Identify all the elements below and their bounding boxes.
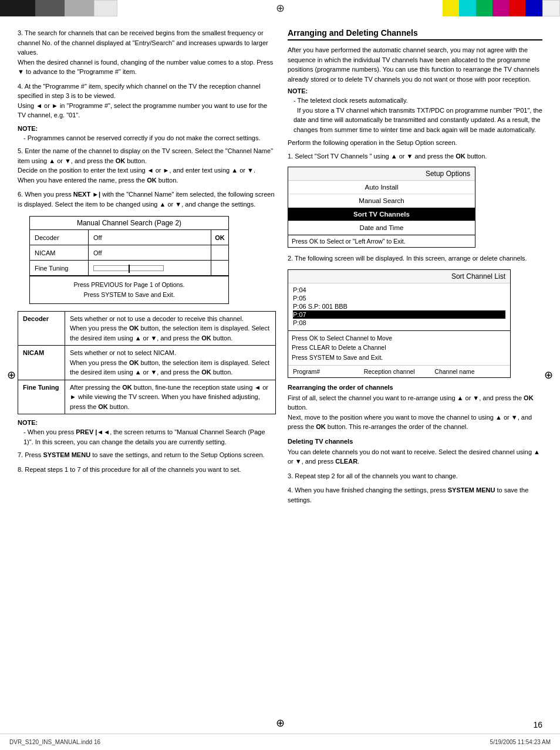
dialog-ok-nicam bbox=[211, 245, 228, 260]
step-8: 8. Repeat steps 1 to 7 of this procedure… bbox=[18, 465, 276, 475]
tb-white bbox=[94, 0, 117, 16]
rearrange-heading: Rearranging the order of channels bbox=[288, 384, 542, 391]
top-bar-center: ⊕ bbox=[117, 0, 443, 16]
rearrange-text: First of all, select the channel you wan… bbox=[288, 393, 542, 432]
tb-green bbox=[476, 0, 492, 16]
dialog-row-decoder: Decoder Off OK bbox=[30, 230, 228, 245]
sort-channel-list-content: P:04 P:05 P:06 S.P: 001 BBB P:07 P:08 bbox=[288, 283, 510, 330]
intro-text: After you have performed the automatic c… bbox=[288, 45, 542, 84]
note-1-item: Programmes cannot be reserved correctly … bbox=[18, 133, 276, 143]
dialog-ok-decoder: OK bbox=[211, 230, 228, 245]
page-number: 16 bbox=[533, 720, 542, 729]
fine-tuning-bar bbox=[93, 265, 164, 271]
sort-channel-list-footer: Press OK to Select Channel to Move Press… bbox=[288, 330, 510, 365]
footer-left: DVR_S120_INS_MANUAL.indd 16 bbox=[9, 739, 100, 745]
dialog-value-nicam: Off bbox=[89, 249, 211, 256]
tb-darkgray bbox=[35, 0, 65, 16]
right-note-dash: - bbox=[294, 97, 298, 104]
section-heading: Arranging and Deleting Channels bbox=[288, 28, 542, 40]
dialog-value-finetuning bbox=[89, 265, 211, 271]
dialog-row-finetuning: Fine Tuning bbox=[30, 261, 228, 276]
desc-label-decoder: Decoder bbox=[18, 311, 65, 346]
dialog-footer: Press PREVIOUS for Page 1 of Options. Pr… bbox=[30, 276, 228, 303]
setup-item-auto-install: Auto Install bbox=[288, 181, 475, 194]
dialog-ok-finetuning bbox=[211, 261, 228, 275]
step-5: 5. Enter the name of the channel to disp… bbox=[18, 146, 276, 185]
setup-item-manual-search: Manual Search bbox=[288, 194, 475, 208]
sort-label-reception: Reception channel bbox=[364, 368, 435, 375]
note-2-item: When you press PREV |◄◄, the screen retu… bbox=[18, 427, 276, 447]
sort-channel-list-box: Sort Channel List P:04 P:05 P:06 S.P: 00… bbox=[288, 269, 511, 378]
crosshair-top: ⊕ bbox=[276, 2, 285, 15]
tb-white2 bbox=[542, 0, 560, 16]
manual-channel-search-dialog: Manual Channel Search (Page 2) Decoder O… bbox=[29, 216, 229, 304]
note-1-label: NOTE: bbox=[18, 125, 276, 132]
right-note-item: - The teletext clock resets automaticall… bbox=[288, 96, 542, 134]
sort-channel-list-title: Sort Channel List bbox=[288, 270, 510, 283]
tb-blue bbox=[525, 0, 542, 16]
fine-tuning-indicator bbox=[129, 265, 130, 273]
dialog-value-decoder: Off bbox=[89, 234, 211, 241]
dialog-label-decoder: Decoder bbox=[30, 230, 89, 245]
dialog-row-nicam: NICAM Off bbox=[30, 245, 228, 261]
step-8-num: 8. bbox=[18, 466, 23, 473]
tb-magenta bbox=[492, 0, 509, 16]
step-7-num: 7. bbox=[18, 451, 23, 458]
note-2-label: NOTE: bbox=[18, 419, 276, 426]
right-column: Arranging and Deleting Channels After yo… bbox=[288, 28, 542, 509]
setup-options-footer: Press OK to Select or "Left Arrow" to Ex… bbox=[288, 235, 475, 247]
perform-text: Perform the following operation in the S… bbox=[288, 138, 542, 148]
delete-text: You can delete channels you do not want … bbox=[288, 447, 542, 467]
right-step-1-num: 1. bbox=[288, 153, 293, 160]
step-6-num: 6. bbox=[18, 191, 23, 198]
footer-right: 5/19/2005 11:54:23 AM bbox=[490, 739, 551, 745]
sort-row-p05: P:05 bbox=[293, 294, 505, 302]
right-step-3: 3. Repeat step 2 for all of the channels… bbox=[288, 471, 542, 481]
sort-label-name: Channel name bbox=[434, 368, 505, 375]
top-decorative-bar: ⊕ bbox=[0, 0, 560, 16]
bottom-bar: DVR_S120_INS_MANUAL.indd 16 5/19/2005 11… bbox=[0, 734, 560, 750]
desc-row-finetuning: Fine Tuning After pressing the OK button… bbox=[18, 380, 276, 414]
crosshair-bottom: ⊕ bbox=[276, 717, 285, 729]
sort-row-p08: P:08 bbox=[293, 319, 505, 327]
sort-row-p04: P:04 bbox=[293, 286, 505, 294]
right-step-1: 1. Select "Sort TV Channels " using ▲ or… bbox=[288, 151, 542, 161]
right-step-3-num: 3. bbox=[288, 472, 293, 479]
sort-channel-list-labels: Program# Reception channel Channel name bbox=[288, 365, 510, 377]
desc-label-finetuning: Fine Tuning bbox=[18, 380, 65, 414]
setup-options-box: Setup Options Auto Install Manual Search… bbox=[288, 167, 475, 248]
tb-black bbox=[0, 0, 35, 16]
step-3: 3. The search for channels that can be r… bbox=[18, 28, 276, 77]
dialog-label-nicam: NICAM bbox=[30, 245, 89, 260]
tb-yellow bbox=[443, 0, 459, 16]
step-3-num: 3. bbox=[18, 29, 23, 36]
step-7: 7. Press SYSTEM MENU to save the setting… bbox=[18, 450, 276, 460]
setup-item-sort-tv-channels: Sort TV Channels bbox=[288, 208, 475, 221]
desc-label-nicam: NICAM bbox=[18, 346, 65, 380]
step-5-num: 5. bbox=[18, 147, 23, 154]
main-content: 3. The search for channels that can be r… bbox=[0, 16, 560, 521]
tb-lightgray bbox=[65, 0, 94, 16]
desc-text-decoder: Sets whether or not to use a decoder to … bbox=[65, 311, 276, 346]
sort-row-p06: P:06 S.P: 001 BBB bbox=[293, 302, 505, 310]
step-6: 6. When you press NEXT ►| with the "Chan… bbox=[18, 190, 276, 209]
tb-red bbox=[509, 0, 525, 16]
sort-row-p07: P:07 bbox=[293, 310, 505, 319]
desc-row-decoder: Decoder Sets whether or not to use a dec… bbox=[18, 311, 276, 346]
right-step-4-num: 4. bbox=[288, 487, 293, 494]
left-column: 3. The search for channels that can be r… bbox=[18, 28, 276, 509]
top-bar-right bbox=[443, 0, 560, 16]
top-bar-left bbox=[0, 0, 117, 16]
delete-heading: Deleting TV channels bbox=[288, 438, 542, 445]
setup-item-date-and-time: Date and Time bbox=[288, 221, 475, 235]
right-step-2-num: 2. bbox=[288, 255, 293, 262]
tb-cyan bbox=[459, 0, 475, 16]
dialog-footer-line2: Press SYSTEM to Save and Exit. bbox=[83, 291, 174, 298]
step-4-num: 4. bbox=[18, 83, 23, 90]
right-step-4: 4. When you have finished changing the s… bbox=[288, 485, 542, 505]
dialog-title: Manual Channel Search (Page 2) bbox=[30, 217, 228, 230]
desc-text-nicam: Sets whether or not to select NICAM.When… bbox=[65, 346, 276, 380]
step-4: 4. At the "Programme #" item, specify wh… bbox=[18, 82, 276, 120]
right-step-2: 2. The following screen will be displaye… bbox=[288, 254, 542, 263]
setup-options-title: Setup Options bbox=[288, 167, 475, 181]
